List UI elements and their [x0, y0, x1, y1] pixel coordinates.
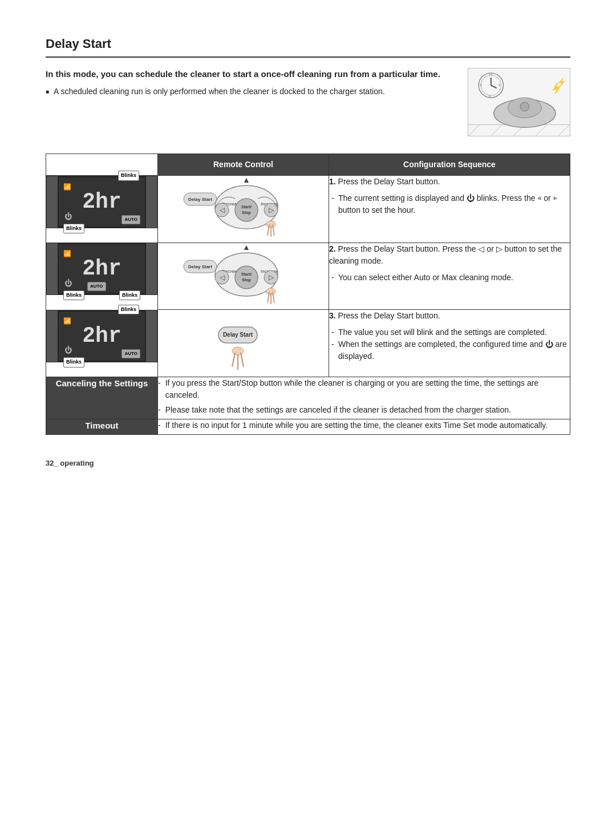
step-num-2: 2.: [329, 244, 336, 253]
table-row: 📶 ⏻ 2hr Blinks AUTO Blinks Delay Start ▲…: [46, 243, 570, 310]
blinks-label-right-2: Blinks: [119, 290, 140, 301]
col2-header: Remote Control: [158, 154, 329, 176]
display-time-1: 2hr: [82, 191, 121, 213]
table-row: Blinks 📶 ⏻ 2hr Blinks AUTO Delay Start: [46, 310, 570, 377]
display-cell-1: Blinks 📶 ⏻ 2hr Blinks AUTO: [46, 176, 157, 228]
svg-line-1: [469, 124, 480, 136]
svg-text:▲: ▲: [242, 176, 250, 184]
svg-text:12: 12: [489, 72, 493, 76]
config-cell-2: 2. Press the Delay Start button. Press t…: [329, 243, 570, 310]
svg-text:▲: ▲: [242, 243, 250, 252]
remote-cell-2: Delay Start ▲ Decrease Increase Start/ S…: [158, 243, 329, 310]
display-box-3: Blinks 📶 ⏻ 2hr Blinks AUTO: [58, 310, 146, 362]
display-time-3: 2hr: [82, 325, 121, 347]
config-cell-1: 1. Press the Delay Start button. The cur…: [329, 176, 570, 243]
blinks-label-bottom-3: Blinks: [63, 357, 84, 368]
svg-text:Delay Start: Delay Start: [188, 197, 212, 202]
step-num-3: 3.: [329, 311, 336, 320]
svg-line-14: [491, 86, 497, 88]
timeout-row: Timeout If there is no input for 1 minut…: [46, 419, 570, 434]
intro-bullet: A scheduled cleaning run is only perform…: [46, 86, 451, 98]
svg-text:Delay Start: Delay Start: [222, 332, 253, 338]
svg-line-2: [491, 124, 502, 136]
intro-text: In this mode, you can schedule the clean…: [46, 68, 451, 136]
cancel-info: If you press the Start/Stop button while…: [158, 377, 570, 419]
svg-text:▷: ▷: [268, 206, 274, 214]
robot-image: ⚡ ⚡ 12 3 6 9: [468, 68, 570, 136]
signal-icon-3: 📶: [63, 316, 71, 326]
step-2: 2. Press the Delay Start button. Press t…: [329, 243, 570, 267]
svg-text:◁: ◁: [219, 273, 225, 281]
step-1-text: Press the Delay Start button.: [338, 177, 440, 186]
cancel-label: Canceling the Settings: [46, 377, 158, 419]
step-3: 3. Press the Delay Start button.: [329, 310, 570, 322]
step-3-sub-2: When the settings are completed, the con…: [329, 338, 570, 362]
col1-header: [46, 154, 158, 176]
svg-text:Delay Start: Delay Start: [188, 264, 212, 269]
svg-text:Start/: Start/: [241, 272, 252, 276]
step-num-1: 1.: [329, 177, 336, 186]
display-cell-3: Blinks 📶 ⏻ 2hr Blinks AUTO: [46, 310, 157, 362]
timeout-label: Timeout: [46, 419, 158, 434]
svg-line-58: [241, 353, 244, 367]
svg-text:Stop: Stop: [242, 211, 251, 215]
step-3-text: Press the Delay Start button.: [338, 311, 440, 320]
timeout-item-1: If there is no input for 1 minute while …: [158, 419, 570, 431]
auto-badge-3: AUTO: [121, 349, 140, 358]
signal-icon-1: 📶: [63, 182, 71, 192]
blinks-label-bottom-1: Blinks: [63, 224, 84, 234]
blinks-label-bottom-2: Blinks: [63, 290, 84, 301]
step-2-sub-1: You can select either Auto or Max cleani…: [329, 272, 570, 284]
signal-icon-2: 📶: [63, 249, 71, 259]
config-cell-3: 3. Press the Delay Start button. The val…: [329, 310, 570, 377]
blinks-label-top-3: Blinks: [118, 305, 139, 315]
intro-bold: In this mode, you can schedule the clean…: [46, 68, 451, 81]
svg-text:▷: ▷: [268, 273, 274, 281]
cancel-row: Canceling the Settings If you press the …: [46, 377, 570, 419]
col3-header: Configuration Sequence: [329, 154, 570, 176]
step-1: 1. Press the Delay Start button.: [329, 176, 570, 188]
cancel-item-1: If you press the Start/Stop button while…: [158, 377, 570, 401]
display-cell-2: 📶 ⏻ 2hr Blinks AUTO Blinks: [46, 243, 157, 295]
main-table: Remote Control Configuration Sequence Bl…: [46, 154, 570, 435]
clock-icon-3: ⏻: [64, 345, 72, 356]
svg-point-55: [232, 347, 244, 355]
step-3-sub-1: The value you set will blink and the set…: [329, 326, 570, 338]
svg-text:Stop: Stop: [242, 278, 251, 282]
remote-cell-3: Delay Start: [158, 310, 329, 377]
svg-text:3: 3: [499, 83, 501, 87]
svg-text:9: 9: [480, 83, 481, 87]
timeout-info: If there is no input for 1 minute while …: [158, 419, 570, 434]
step-2-text: Press the Delay Start button. Press the …: [329, 244, 562, 265]
auto-badge-1: AUTO: [121, 215, 140, 224]
svg-point-42: [235, 266, 258, 289]
page-footer: 32_ operating: [46, 458, 570, 469]
step-1-sub-1: The current setting is displayed and ⏻ b…: [329, 192, 570, 216]
display-box-1: Blinks 📶 ⏻ 2hr Blinks AUTO: [58, 176, 146, 228]
svg-line-56: [232, 353, 235, 367]
svg-text:Start/: Start/: [241, 205, 252, 209]
svg-text:⚡: ⚡: [556, 76, 568, 88]
cancel-item-2: Please take note that the settings are c…: [158, 404, 570, 416]
intro-section: In this mode, you can schedule the clean…: [46, 68, 570, 136]
svg-point-8: [520, 102, 529, 111]
blinks-label-top-1: Blinks: [118, 171, 139, 181]
svg-text:◁: ◁: [219, 206, 225, 214]
table-row: Blinks 📶 ⏻ 2hr Blinks AUTO Delay Start ▲: [46, 176, 570, 243]
remote-cell-1: Delay Start ▲ Decrease Increase Start/ S…: [158, 176, 329, 243]
display-time-2: 2hr: [82, 258, 121, 280]
page-title: Delay Start: [46, 34, 570, 58]
svg-point-25: [235, 199, 258, 221]
auto-badge-2: AUTO: [87, 282, 106, 291]
svg-line-5: [558, 124, 570, 136]
clock-icon-2: ⏻: [64, 278, 72, 289]
display-box-2: 📶 ⏻ 2hr Blinks AUTO Blinks: [58, 243, 146, 294]
clock-icon-1: ⏻: [64, 211, 72, 223]
